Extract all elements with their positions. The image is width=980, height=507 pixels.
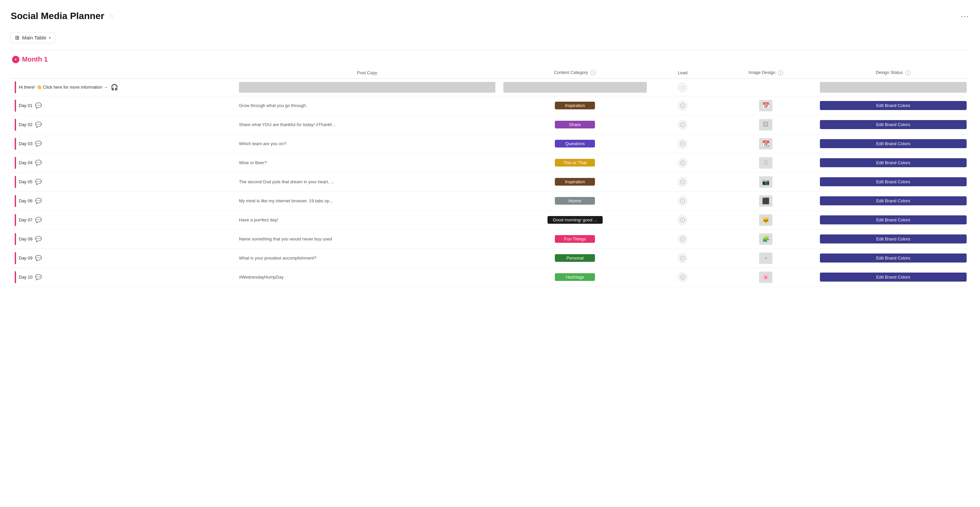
category-badge: Hashtags bbox=[555, 273, 595, 281]
category-badge: Inspiration bbox=[555, 102, 595, 109]
avatar: ⊙ bbox=[678, 215, 687, 225]
special-info-cell[interactable]: Hi there! 👋 Click here for more informat… bbox=[11, 78, 235, 96]
edit-brand-colors-button[interactable]: Edit Brand Colors bbox=[820, 215, 967, 225]
category-cell[interactable]: Humor bbox=[500, 191, 651, 210]
edit-brand-colors-button[interactable]: Edit Brand Colors bbox=[820, 158, 967, 167]
category-cell[interactable]: Good morning/ good ... bbox=[500, 210, 651, 230]
month-title: Month 1 bbox=[22, 56, 48, 63]
edit-brand-colors-button[interactable]: Edit Brand Colors bbox=[820, 177, 967, 186]
comment-icon[interactable]: 💬 bbox=[35, 198, 42, 204]
avatar: ○ bbox=[678, 83, 687, 92]
avatar: ⊙ bbox=[678, 273, 687, 282]
comment-icon[interactable]: 💬 bbox=[35, 102, 42, 109]
status-info-icon[interactable]: i bbox=[905, 70, 911, 76]
name-cell: Day 04 💬 bbox=[11, 153, 235, 172]
comment-icon[interactable]: 💬 bbox=[35, 217, 42, 223]
post-copy-cell[interactable]: My mind is like my internet browser. 19 … bbox=[235, 191, 500, 210]
headphone-icon: 🎧 bbox=[111, 84, 118, 91]
image-cell[interactable]: 🌸 bbox=[714, 268, 817, 287]
edit-brand-colors-button[interactable]: Edit Brand Colors bbox=[820, 273, 967, 282]
comment-icon[interactable]: 💬 bbox=[35, 159, 42, 166]
lead-cell: ⊙ bbox=[651, 115, 715, 134]
table-icon: ⊞ bbox=[15, 34, 19, 41]
category-cell[interactable]: Personal bbox=[500, 249, 651, 268]
comment-icon[interactable]: 💬 bbox=[35, 236, 42, 242]
row-label: Day 05 bbox=[19, 179, 32, 184]
category-cell[interactable]: Questions bbox=[500, 134, 651, 153]
image-cell[interactable]: 📆 bbox=[714, 134, 817, 153]
view-switcher[interactable]: ⊞ Main Table ▾ bbox=[11, 32, 55, 43]
post-copy-cell[interactable]: Wine or Beer? bbox=[235, 153, 500, 172]
col-header-name bbox=[11, 67, 235, 78]
post-copy-cell[interactable]: Which team are you on? bbox=[235, 134, 500, 153]
category-badge: Questions bbox=[555, 140, 595, 147]
post-copy-text: Grow through what you go through. bbox=[239, 103, 307, 108]
post-copy-cell[interactable]: The second God puts that dream in your h… bbox=[235, 172, 500, 191]
image-thumb: 🐱 bbox=[759, 214, 772, 226]
star-icon[interactable]: ☆ bbox=[108, 12, 114, 20]
name-cell: Day 06 💬 bbox=[11, 191, 235, 210]
status-cell: Edit Brand Colors bbox=[817, 191, 969, 210]
status-cell: Edit Brand Colors bbox=[817, 249, 969, 268]
post-copy-text: Have a purrfect day! bbox=[239, 217, 278, 222]
edit-brand-colors-button[interactable]: Edit Brand Colors bbox=[820, 254, 967, 263]
image-cell[interactable]: 🐱 bbox=[714, 210, 817, 230]
status-cell: Edit Brand Colors bbox=[817, 268, 969, 287]
table-row: Day 07 💬 Have a purrfect day!Good mornin… bbox=[11, 210, 969, 230]
month-header: Month 1 bbox=[11, 56, 969, 63]
col-header-image: Image Design i bbox=[714, 67, 817, 78]
category-cell[interactable]: This or That bbox=[500, 153, 651, 172]
lead-cell: ⊙ bbox=[651, 249, 715, 268]
category-cell[interactable]: Share bbox=[500, 115, 651, 134]
comment-icon[interactable]: 💬 bbox=[35, 179, 42, 185]
post-copy-text: #WednesdayHumpDay bbox=[239, 274, 283, 280]
month-collapse-icon[interactable] bbox=[12, 56, 19, 63]
comment-icon[interactable]: 💬 bbox=[35, 255, 42, 261]
image-cell[interactable]: 📅 bbox=[714, 96, 817, 115]
image-thumb: 📆 bbox=[759, 138, 772, 150]
post-copy-cell[interactable]: Name something that you would never buy … bbox=[235, 230, 500, 249]
avatar: ⊙ bbox=[678, 139, 687, 148]
image-cell[interactable]: ▪ bbox=[714, 249, 817, 268]
category-badge: Good morning/ good ... bbox=[547, 216, 603, 224]
name-cell: Day 05 💬 bbox=[11, 172, 235, 191]
comment-icon[interactable]: 💬 bbox=[35, 121, 42, 128]
special-info-row[interactable]: Hi there! 👋 Click here for more informat… bbox=[11, 78, 969, 96]
category-info-icon[interactable]: i bbox=[590, 70, 596, 76]
lead-cell: ⊙ bbox=[651, 268, 715, 287]
post-copy-cell[interactable]: Have a purrfect day! bbox=[235, 210, 500, 230]
table-row: Day 10 💬 #WednesdayHumpDayHashtags⊙🌸Edit… bbox=[11, 268, 969, 287]
lead-cell: ⊙ bbox=[651, 210, 715, 230]
avatar: ⊙ bbox=[678, 120, 687, 129]
image-info-icon[interactable]: i bbox=[778, 70, 783, 76]
category-cell[interactable]: Hashtags bbox=[500, 268, 651, 287]
image-cell[interactable]: 📷 bbox=[714, 172, 817, 191]
table-row: Day 03 💬 Which team are you on?Questions… bbox=[11, 134, 969, 153]
edit-brand-colors-button[interactable]: Edit Brand Colors bbox=[820, 120, 967, 129]
comment-icon[interactable]: 💬 bbox=[35, 274, 42, 280]
category-cell[interactable]: Fun Things bbox=[500, 230, 651, 249]
status-cell: Edit Brand Colors bbox=[817, 230, 969, 249]
table-row: Day 01 💬 Grow through what you go throug… bbox=[11, 96, 969, 115]
edit-brand-colors-button[interactable]: Edit Brand Colors bbox=[820, 101, 967, 110]
edit-brand-colors-button[interactable]: Edit Brand Colors bbox=[820, 196, 967, 205]
image-cell[interactable]: ⬛ bbox=[714, 191, 817, 210]
image-cell[interactable]: 🧩 bbox=[714, 230, 817, 249]
avatar: ⊙ bbox=[678, 234, 687, 244]
post-copy-cell[interactable]: Grow through what you go through. bbox=[235, 96, 500, 115]
image-cell[interactable]: 🖼 bbox=[714, 115, 817, 134]
category-cell[interactable]: Inspiration bbox=[500, 96, 651, 115]
edit-brand-colors-button[interactable]: Edit Brand Colors bbox=[820, 234, 967, 244]
more-options-icon[interactable]: ··· bbox=[961, 11, 969, 21]
post-copy-cell[interactable]: #WednesdayHumpDay bbox=[235, 268, 500, 287]
status-cell: Edit Brand Colors bbox=[817, 134, 969, 153]
avatar: ⊙ bbox=[678, 101, 687, 110]
post-copy-cell[interactable]: Share what YOU are thankful for today! #… bbox=[235, 115, 500, 134]
category-cell[interactable]: Inspiration bbox=[500, 172, 651, 191]
page-title: Social Media Planner bbox=[11, 11, 104, 21]
comment-icon[interactable]: 💬 bbox=[35, 140, 42, 147]
post-copy-cell[interactable]: What is your proudest accomplishment? bbox=[235, 249, 500, 268]
image-cell[interactable]: ⠿ bbox=[714, 153, 817, 172]
table-row: Day 08 💬 Name something that you would n… bbox=[11, 230, 969, 249]
edit-brand-colors-button[interactable]: Edit Brand Colors bbox=[820, 139, 967, 148]
